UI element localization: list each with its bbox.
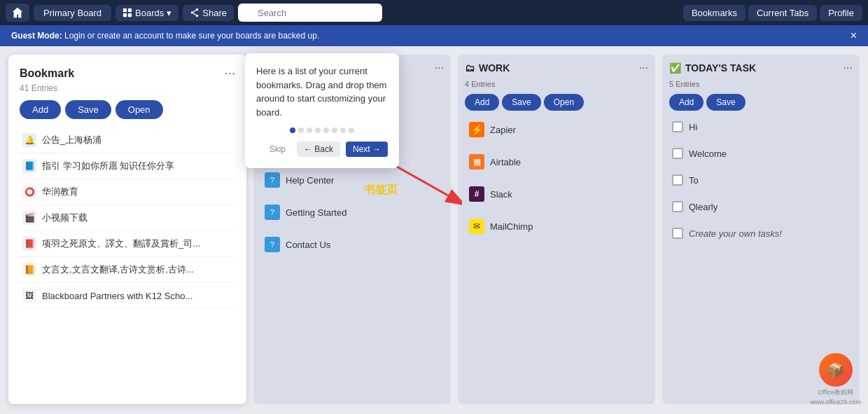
col3-menu-button[interactable]: ···	[639, 62, 648, 74]
svg-rect-2	[123, 13, 127, 17]
task-item: Hi	[669, 116, 853, 137]
share-button[interactable]: Share	[183, 5, 234, 21]
bookmark-header: Bookmark ···	[20, 66, 235, 81]
help-center-icon: ?	[265, 172, 280, 188]
col4-header: ✅ TODAY'S TASK ···	[669, 62, 853, 74]
search-input[interactable]	[238, 4, 382, 22]
item-icon: 🎬	[22, 211, 36, 225]
col3-save-button[interactable]: Save	[502, 94, 540, 111]
col4-actions: Add Save	[669, 94, 853, 111]
bookmark-actions: Add Save Open	[20, 100, 235, 119]
list-item[interactable]: 🔔 公告_上海杨浦	[20, 127, 235, 153]
dot-6	[332, 127, 337, 133]
share-icon	[190, 8, 200, 18]
search-wrapper	[238, 4, 679, 22]
col3-open-button[interactable]: Open	[544, 94, 584, 111]
bookmarks-button[interactable]: Bookmarks	[683, 5, 746, 21]
primary-board-button[interactable]: Primary Board	[34, 5, 111, 21]
bookmark-add-button[interactable]: Add	[20, 100, 61, 119]
home-button[interactable]	[6, 4, 29, 22]
dot-3	[307, 127, 312, 133]
list-item[interactable]: 📘 指引 学习如你所愿 知识任你分享	[20, 153, 235, 179]
next-button[interactable]: Next →	[346, 142, 388, 157]
tooltip-dots	[256, 127, 388, 133]
task-checkbox-4[interactable]	[672, 201, 683, 212]
bookmark-open-button[interactable]: Open	[115, 100, 163, 119]
task-checkbox-2[interactable]	[672, 148, 683, 159]
task-item: Create your own tasks!	[669, 223, 853, 244]
item-icon: 🔔	[22, 133, 36, 147]
item-icon: 📘	[22, 159, 36, 173]
dot-8	[349, 127, 354, 133]
col3-actions: Add Save Open	[465, 94, 648, 111]
list-item[interactable]: ▦ Airtable	[465, 149, 648, 175]
dot-7	[340, 127, 346, 133]
boards-chevron-icon: ▾	[167, 8, 172, 18]
col2-menu-button[interactable]: ···	[435, 62, 444, 74]
task-item: Qlearly	[669, 196, 853, 217]
list-item[interactable]: 📕 项羽之死原文、譯文、翻譯及賞析_司...	[20, 231, 235, 257]
mailchimp-icon: ✉	[469, 219, 484, 234]
office-logo-text2: www.office26.com	[811, 399, 861, 406]
item-icon: 🖼	[22, 289, 36, 303]
task-checkbox-5[interactable]	[672, 228, 683, 239]
airtable-icon: ▦	[469, 154, 484, 170]
dot-4	[315, 127, 321, 133]
getting-started-icon: ?	[265, 205, 280, 220]
bookmark-save-button[interactable]: Save	[65, 100, 111, 119]
svg-point-5	[191, 11, 194, 14]
top-navigation: Primary Board Boards ▾ Share Bookmarks C…	[0, 0, 868, 25]
work-icon: 🗂	[465, 62, 475, 74]
list-item[interactable]: ? Contact Us	[260, 231, 444, 258]
bookmark-panel: Bookmark ··· 41 Entries Add Save Open 🔔 …	[8, 55, 246, 404]
task-checkbox-1[interactable]	[672, 121, 683, 132]
bookmark-menu-button[interactable]: ···	[225, 66, 235, 81]
column-todays-task: ✅ TODAY'S TASK ··· 5 Entries Add Save Hi…	[662, 55, 860, 404]
guest-mode-bar: Guest Mode: Login or create an account t…	[0, 25, 868, 46]
task-item: Welcome	[669, 143, 853, 164]
current-tabs-button[interactable]: Current Tabs	[748, 5, 817, 21]
svg-line-7	[194, 11, 197, 13]
dot-2	[298, 127, 304, 133]
svg-point-4	[196, 8, 199, 11]
bookmark-count: 41 Entries	[20, 83, 235, 93]
task-check-icon: ✅	[669, 62, 681, 74]
svg-rect-1	[128, 8, 132, 12]
skip-button[interactable]: Skip	[264, 142, 291, 157]
back-button[interactable]: ← Back	[297, 142, 340, 157]
list-item[interactable]: ? Help Center	[260, 167, 444, 193]
list-item[interactable]: ⚡ Zapier	[465, 116, 648, 143]
column-work: 🗂 WORK ··· 4 Entries Add Save Open ⚡ Zap…	[458, 55, 655, 404]
tooltip-text: Here is a list of your current bookmarks…	[256, 64, 388, 119]
svg-rect-3	[128, 13, 132, 17]
nav-right-buttons: Bookmarks Current Tabs Profile	[683, 5, 862, 21]
slack-icon: #	[469, 186, 484, 202]
office-logo: 📦 Office教程网 www.office26.com	[811, 353, 861, 406]
item-icon: 📙	[22, 263, 36, 277]
task-item: To	[669, 170, 853, 191]
dot-5	[323, 127, 329, 133]
task-checkbox-3[interactable]	[672, 174, 683, 186]
list-item[interactable]: # Slack	[465, 181, 648, 207]
list-item[interactable]: 🖼 Blackboard Partners with K12 Scho...	[20, 283, 235, 309]
guest-close-button[interactable]: ×	[850, 29, 857, 42]
list-item[interactable]: 📙 文言文,文言文翻译,古诗文赏析,古诗...	[20, 257, 235, 283]
tooltip-actions: Skip ← Back Next →	[256, 142, 388, 157]
svg-line-8	[194, 13, 197, 15]
profile-button[interactable]: Profile	[820, 5, 862, 21]
office-logo-text1: Office教程网	[818, 388, 853, 397]
col3-add-button[interactable]: Add	[465, 94, 499, 111]
col4-count: 5 Entries	[669, 80, 853, 88]
zapier-icon: ⚡	[469, 122, 484, 137]
col4-title: ✅ TODAY'S TASK	[669, 62, 756, 74]
col4-menu-button[interactable]: ···	[844, 62, 853, 74]
list-item[interactable]: ✉ MailChimp	[465, 213, 648, 240]
boards-icon	[122, 8, 132, 18]
list-item[interactable]: ? Getting Started	[260, 199, 444, 226]
col4-add-button[interactable]: Add	[669, 94, 704, 111]
dot-1	[290, 127, 295, 133]
boards-button[interactable]: Boards ▾	[115, 5, 178, 21]
list-item[interactable]: ⭕ 华润教育	[20, 179, 235, 205]
col4-save-button[interactable]: Save	[706, 94, 745, 111]
list-item[interactable]: 🎬 小视频下载	[20, 205, 235, 231]
